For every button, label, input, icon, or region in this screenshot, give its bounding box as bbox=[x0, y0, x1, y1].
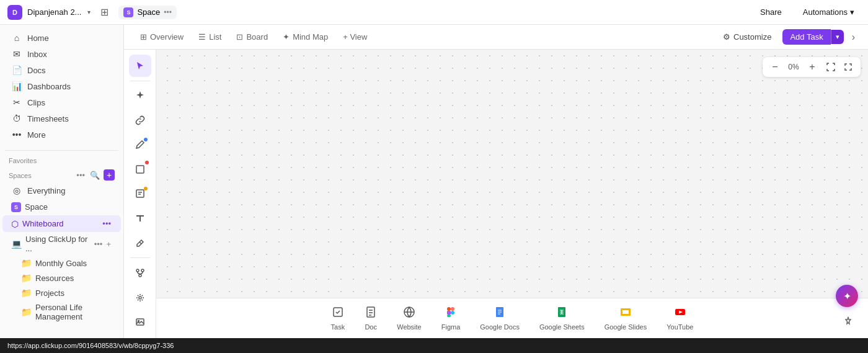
sidebar-item-monthly-goals[interactable]: 📁 Monthly Goals bbox=[2, 256, 121, 270]
spaces-section: Spaces ••• 🔍 + bbox=[0, 166, 123, 182]
bottom-tool-task[interactable]: Task bbox=[326, 303, 350, 333]
bottom-tool-google-docs[interactable]: Google Docs bbox=[475, 303, 525, 333]
sidebar-item-docs-label: Docs bbox=[27, 66, 46, 75]
spaces-label: Spaces bbox=[9, 172, 32, 179]
space-item-avatar: S bbox=[11, 202, 21, 212]
customize-button[interactable]: ⚙ Customize bbox=[717, 29, 777, 45]
tool-settings-button[interactable] bbox=[129, 287, 151, 309]
tool-link-button[interactable] bbox=[129, 109, 151, 132]
whiteboard-more-btn[interactable]: ••• bbox=[101, 218, 112, 230]
sidebar-item-space[interactable]: S Space ••• + bbox=[2, 199, 121, 215]
more-icon: ••• bbox=[11, 130, 22, 140]
bottom-tool-doc[interactable]: Doc bbox=[360, 303, 382, 333]
zoom-fit-button[interactable] bbox=[823, 60, 838, 74]
top-bar-right: Share Automations ▾ bbox=[753, 5, 861, 19]
sidebar-item-personal-life[interactable]: 📁 Personal Life Management bbox=[2, 300, 121, 324]
svg-rect-12 bbox=[447, 311, 451, 315]
share-button[interactable]: Share bbox=[753, 5, 789, 19]
google-slides-icon bbox=[619, 306, 632, 321]
sidebar-item-using-clickup[interactable]: 💻 Using ClickUp for ... ••• + bbox=[2, 232, 121, 256]
sidebar-item-inbox[interactable]: ✉ Inbox bbox=[2, 46, 121, 62]
bottom-tool-google-sheets[interactable]: Google Sheets bbox=[534, 303, 590, 333]
tab-mind-map[interactable]: ✦ Mind Map bbox=[277, 29, 334, 45]
tool-text-button[interactable] bbox=[129, 207, 151, 230]
view-tabs-bar: ⊞ Overview ☰ List ⊡ Board ✦ Mind Map + V… bbox=[124, 25, 868, 50]
tool-magic-button[interactable] bbox=[129, 85, 151, 107]
toolbar-separator-2 bbox=[130, 257, 150, 258]
expand-button[interactable]: › bbox=[849, 29, 858, 46]
toolbar-separator-1 bbox=[130, 81, 150, 81]
add-task-button[interactable]: Add Task bbox=[782, 29, 830, 45]
tool-pen-button[interactable] bbox=[129, 134, 151, 156]
sidebar-item-timesheets[interactable]: ⏱ Timesheets bbox=[2, 110, 121, 127]
tab-list[interactable]: ☰ List bbox=[192, 29, 228, 45]
sidebar-item-whiteboard[interactable]: ⬡ Whiteboard ••• bbox=[2, 215, 121, 232]
bottom-tool-youtube[interactable]: YouTube bbox=[662, 303, 698, 333]
workspace-name: Dipanjenah 2... bbox=[27, 7, 81, 17]
add-view-button[interactable]: + View bbox=[337, 29, 373, 45]
sidebar-item-more[interactable]: ••• More bbox=[2, 127, 121, 143]
svg-rect-14 bbox=[451, 307, 454, 311]
sidebar-item-clips-label: Clips bbox=[27, 98, 45, 107]
mind-map-icon: ✦ bbox=[283, 32, 290, 42]
zoom-out-button[interactable]: − bbox=[768, 60, 782, 74]
sidebar-item-monthly-goals-label: Monthly Goals bbox=[35, 259, 87, 268]
timesheets-icon: ⏱ bbox=[11, 114, 22, 123]
shape-dot bbox=[145, 161, 149, 164]
automations-chevron-icon: ▾ bbox=[850, 7, 854, 17]
space-item-add-btn[interactable]: + bbox=[105, 201, 112, 213]
top-bar-left: D Dipanjenah 2... ▾ ⊞ S Space ••• bbox=[7, 5, 177, 20]
sidebar-item-resources[interactable]: 📁 Resources bbox=[2, 270, 121, 285]
doc-icon bbox=[365, 306, 377, 321]
layout-toggle-icon[interactable]: ⊞ bbox=[100, 6, 108, 18]
space-item-more-btn[interactable]: ••• bbox=[93, 201, 104, 213]
fullscreen-button[interactable] bbox=[841, 60, 856, 74]
space-more-icon[interactable]: ••• bbox=[164, 8, 172, 17]
pin-button[interactable] bbox=[838, 311, 858, 331]
sidebar-item-resources-label: Resources bbox=[35, 274, 74, 283]
sidebar-item-dashboards[interactable]: 📊 Dashboards bbox=[2, 78, 121, 94]
tab-overview[interactable]: ⊞ Overview bbox=[134, 29, 190, 45]
bottom-tool-website[interactable]: Website bbox=[392, 303, 427, 333]
workspace-chevron-icon[interactable]: ▾ bbox=[87, 9, 91, 16]
tool-select-button[interactable] bbox=[129, 55, 151, 77]
add-task-group: Add Task ▾ bbox=[782, 29, 843, 45]
sidebar-item-projects[interactable]: 📁 Projects bbox=[2, 285, 121, 300]
sidebar-item-docs[interactable]: 📄 Docs bbox=[2, 62, 121, 78]
tab-board-label: Board bbox=[246, 32, 268, 42]
sidebar-item-projects-label: Projects bbox=[35, 288, 64, 298]
sidebar-item-using-clickup-label: Using ClickUp for ... bbox=[25, 235, 89, 253]
using-clickup-more-btn[interactable]: ••• bbox=[93, 238, 104, 250]
tool-shape-button[interactable] bbox=[129, 158, 151, 181]
task-label: Task bbox=[331, 323, 345, 331]
google-slides-label: Google Slides bbox=[604, 323, 647, 331]
tool-image-button[interactable] bbox=[129, 311, 151, 333]
tab-overview-label: Overview bbox=[150, 32, 184, 42]
whiteboard-canvas[interactable]: − 0% + Task bbox=[156, 50, 868, 338]
bottom-tool-google-slides[interactable]: Google Slides bbox=[600, 303, 652, 333]
spaces-search-btn[interactable]: 🔍 bbox=[89, 169, 101, 181]
website-icon bbox=[403, 306, 415, 321]
tool-note-button[interactable] bbox=[129, 183, 151, 205]
list-icon: ☰ bbox=[198, 32, 206, 42]
sidebar-item-clips[interactable]: ✂ Clips bbox=[2, 94, 121, 110]
favorites-label[interactable]: Favorites bbox=[9, 157, 37, 164]
spaces-more-btn[interactable]: ••• bbox=[75, 169, 86, 181]
automations-button[interactable]: Automations ▾ bbox=[797, 5, 861, 19]
ai-assistant-button[interactable]: ✦ bbox=[836, 285, 858, 307]
using-clickup-add-btn[interactable]: + bbox=[105, 238, 112, 250]
svg-rect-11 bbox=[447, 307, 451, 311]
sidebar-item-everything[interactable]: ◎ Everything bbox=[2, 182, 121, 199]
add-task-chevron-button[interactable]: ▾ bbox=[831, 30, 844, 44]
spaces-add-btn[interactable]: + bbox=[104, 169, 115, 181]
tab-mind-map-label: Mind Map bbox=[293, 32, 328, 42]
monthly-goals-folder-icon: 📁 bbox=[21, 258, 32, 268]
tab-board[interactable]: ⊡ Board bbox=[230, 29, 274, 45]
space-badge[interactable]: S Space ••• bbox=[118, 6, 176, 19]
workspace-avatar[interactable]: D bbox=[7, 5, 22, 20]
tool-connect-button[interactable] bbox=[129, 262, 151, 284]
zoom-in-button[interactable]: + bbox=[805, 60, 820, 74]
sidebar-item-home[interactable]: ⌂ Home bbox=[2, 30, 121, 46]
bottom-tool-figma[interactable]: Figma bbox=[436, 303, 466, 333]
tool-eraser-button[interactable] bbox=[129, 232, 151, 254]
